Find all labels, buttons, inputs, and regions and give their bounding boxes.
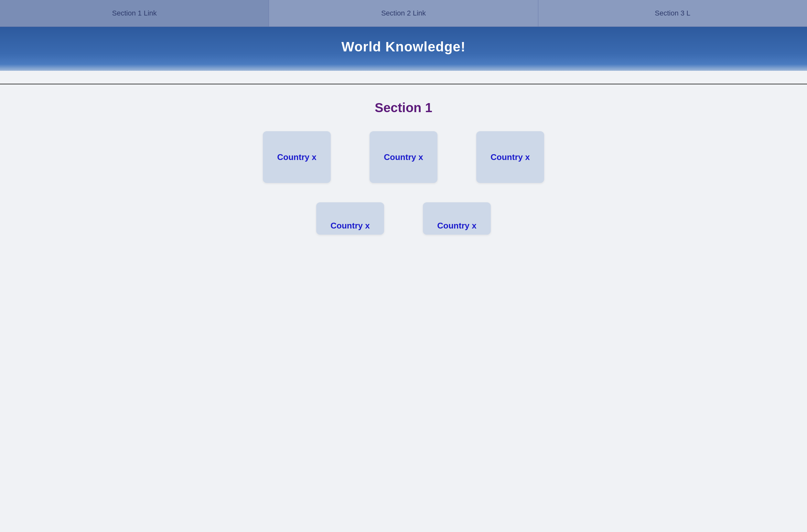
country-card-1-2[interactable]: Country x (370, 131, 437, 183)
cards-row-2: Country x Country x (6, 202, 801, 235)
nav-section3-label: Section 3 L (655, 9, 690, 17)
country-card-1-1[interactable]: Country x (263, 131, 331, 183)
divider-area (0, 71, 807, 84)
cards-row-1: Country x Country x Country x (6, 131, 801, 183)
country-card-1-3-label: Country x (490, 152, 530, 162)
header-title: World Knowledge! (6, 39, 801, 55)
country-card-1-3[interactable]: Country x (476, 131, 544, 183)
country-card-1-1-label: Country x (277, 152, 316, 162)
section1-title: Section 1 (6, 100, 801, 115)
nav-section1-label: Section 1 Link (112, 9, 157, 17)
nav-section2-label: Section 2 Link (381, 9, 426, 17)
main-content: Section 1 Country x Country x Country x … (0, 84, 807, 267)
country-card-2-2[interactable]: Country x (423, 202, 491, 235)
country-card-2-1[interactable]: Country x (316, 202, 384, 235)
nav-section3-link[interactable]: Section 3 L (538, 0, 807, 26)
nav-section2-link[interactable]: Section 2 Link (269, 0, 538, 26)
country-card-2-1-label: Country x (331, 221, 370, 231)
header-banner: World Knowledge! (0, 27, 807, 71)
navigation-bar: Section 1 Link Section 2 Link Section 3 … (0, 0, 807, 27)
country-card-1-2-label: Country x (384, 152, 423, 162)
country-card-2-2-label: Country x (437, 221, 476, 231)
nav-section1-link[interactable]: Section 1 Link (0, 0, 269, 26)
